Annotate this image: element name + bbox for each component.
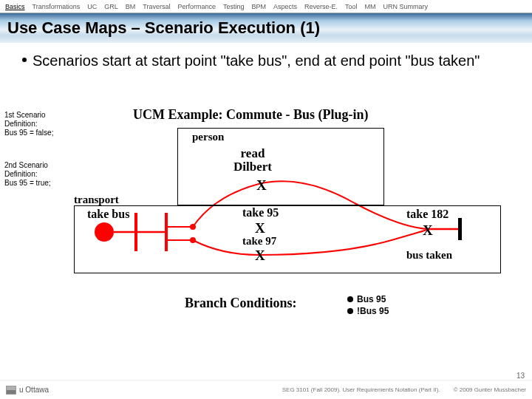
stub-bar-icon — [134, 213, 137, 251]
person-label: person — [192, 131, 224, 143]
responsibility-x-icon: X — [423, 222, 433, 239]
branch-item-text: !Bus 95 — [357, 305, 389, 317]
ucm-diagram: UCM Example: Commute - Bus (Plug-in) per… — [44, 107, 510, 329]
fork-point-icon — [190, 237, 196, 243]
start-point-icon — [95, 222, 114, 242]
tab-bm[interactable]: BM — [122, 2, 140, 11]
tabs-strip: BasicsTransformationsUCGRLBMTraversalPer… — [0, 0, 532, 13]
read-line: read — [241, 146, 265, 160]
title-banner: Use Case Maps – Scenario Execution (1) — [0, 13, 532, 43]
bullet-dot-icon — [347, 296, 353, 302]
branch-items: Bus 95 !Bus 95 — [347, 293, 389, 317]
footer-left: u Ottawa — [6, 386, 49, 395]
dilbert-line: Dilbert — [233, 160, 272, 174]
bullet-dot-icon — [22, 58, 27, 62]
take182-label: take 182 — [406, 208, 449, 221]
uottawa-logo-icon — [6, 386, 16, 395]
slide-title: Use Case Maps – Scenario Execution (1) — [7, 18, 320, 38]
tab-testing[interactable]: Testing — [219, 2, 248, 11]
tab-bpm[interactable]: BPM — [248, 2, 270, 11]
page-number: 13 — [516, 372, 525, 380]
tab-uc[interactable]: UC — [83, 2, 100, 11]
read-dilbert-label: read Dilbert — [233, 147, 272, 174]
footer-course: SEG 3101 (Fall 2009). User Requirements … — [282, 386, 440, 393]
end-point-icon — [458, 218, 462, 240]
responsibility-x-icon: X — [255, 248, 265, 264]
branch-conditions-label: Branch Conditions: — [185, 296, 297, 311]
footer: u Ottawa SEG 3101 (Fall 2009). User Requ… — [0, 380, 532, 399]
uottawa-text: u Ottawa — [19, 386, 49, 394]
tab-reverse-e-[interactable]: Reverse-E. — [301, 2, 341, 11]
bullet-text: Scenarios start at start point "take bus… — [33, 52, 480, 70]
take95-label: take 95 — [242, 206, 279, 219]
responsibility-x-icon: X — [255, 220, 265, 236]
branch-item-text: Bus 95 — [357, 293, 386, 305]
content: Scenarios start at start point "take bus… — [0, 43, 532, 70]
transport-label: transport — [74, 194, 119, 206]
tab-urn-summary[interactable]: URN Summary — [380, 2, 432, 11]
bullet-dot-icon — [347, 308, 353, 314]
bullet-item: Scenarios start at start point "take bus… — [22, 52, 523, 70]
take-bus-label: take bus — [87, 208, 129, 221]
footer-copyright: © 2009 Gunter Mussbacher — [454, 386, 526, 393]
tab-performance[interactable]: Performance — [174, 2, 219, 11]
bus-taken-label: bus taken — [406, 249, 452, 262]
branch-item: !Bus 95 — [347, 305, 389, 317]
tab-traversal[interactable]: Traversal — [139, 2, 174, 11]
fork-point-icon — [190, 224, 196, 230]
tab-grl[interactable]: GRL — [100, 2, 122, 11]
responsibility-x-icon: X — [256, 177, 267, 194]
tab-mm[interactable]: MM — [361, 2, 380, 11]
tab-tool[interactable]: Tool — [341, 2, 361, 11]
tab-transformations[interactable]: Transformations — [29, 2, 84, 11]
tab-aspects[interactable]: Aspects — [270, 2, 301, 11]
branch-item: Bus 95 — [347, 293, 389, 305]
diagram-title: UCM Example: Commute - Bus (Plug-in) — [133, 107, 368, 123]
tab-basics[interactable]: Basics — [1, 2, 29, 11]
stub-bar-icon — [165, 213, 168, 251]
take97-label: take 97 — [242, 235, 276, 248]
